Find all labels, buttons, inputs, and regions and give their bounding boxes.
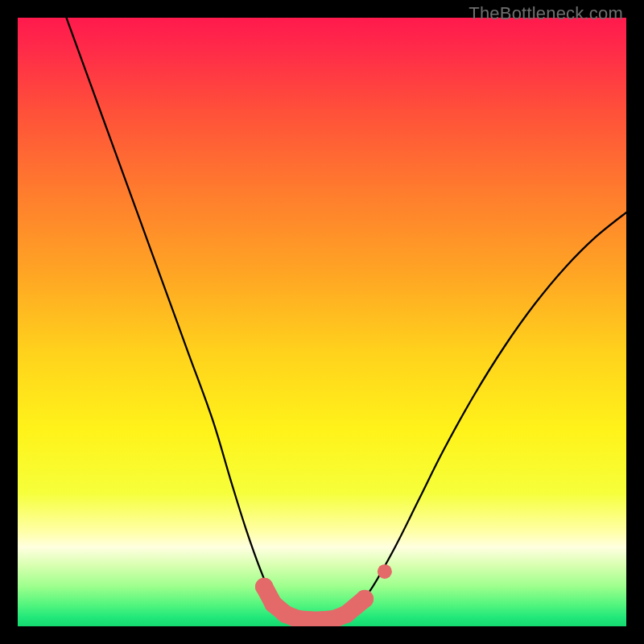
gradient-background bbox=[18, 18, 626, 626]
marker-dot bbox=[255, 578, 273, 596]
marker-dot bbox=[356, 590, 374, 608]
outlier-marker bbox=[378, 564, 392, 579]
marker-dot bbox=[378, 564, 392, 579]
marker-dot bbox=[337, 605, 355, 623]
chart-frame bbox=[18, 18, 626, 626]
bottleneck-chart bbox=[18, 18, 626, 626]
watermark-text: TheBottleneck.com bbox=[469, 3, 623, 24]
